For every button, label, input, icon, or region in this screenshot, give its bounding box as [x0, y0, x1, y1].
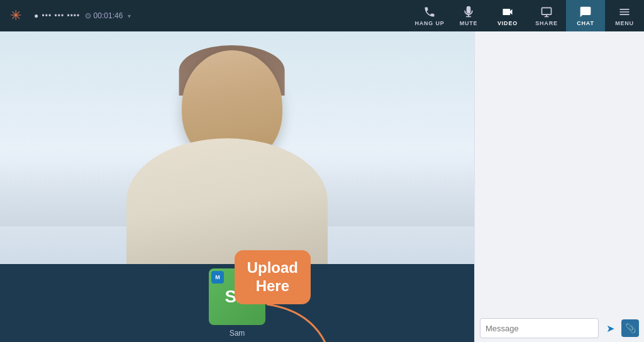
chat-button[interactable]: CHAT	[566, 0, 605, 31]
send-icon: ➤	[606, 323, 614, 334]
mute-label: MUTE	[460, 20, 478, 26]
video-button[interactable]: VIDEO	[488, 0, 527, 31]
hang-up-button[interactable]: HANG UP	[410, 0, 449, 31]
upload-callout: Upload Here	[235, 250, 311, 304]
topbar-controls: HANG UP MUTE VIDEO SHARE	[410, 0, 644, 31]
video-area: Upload Here M SA Sam	[0, 31, 474, 342]
app-logo: ✳	[0, 0, 31, 31]
video-label: VIDEO	[497, 20, 518, 26]
main-video-feed	[0, 31, 474, 264]
hang-up-label: HANG UP	[414, 20, 444, 26]
video-camera-icon	[501, 6, 514, 18]
upload-line1: Upload	[247, 259, 298, 276]
message-input[interactable]	[480, 318, 599, 338]
share-button[interactable]: SHARE	[527, 0, 566, 31]
phone-hangup-icon	[423, 6, 436, 18]
chat-bubble-icon	[579, 6, 592, 18]
mute-button[interactable]: MUTE	[449, 0, 488, 31]
main-layout: Upload Here M SA Sam ➤	[0, 31, 644, 342]
self-view-name: Sam	[230, 329, 245, 338]
menu-button[interactable]: MENU	[605, 0, 644, 31]
share-label: SHARE	[535, 20, 558, 26]
call-timer: ⊙ 00:01:46	[85, 11, 123, 20]
chevron-down-icon[interactable]: ▾	[128, 13, 131, 19]
attach-icon: 📎	[625, 323, 636, 333]
send-button[interactable]: ➤	[601, 319, 619, 337]
topbar: ✳ ● ••• ••• •••• ⊙ 00:01:46 ▾ HANG UP MU…	[0, 0, 644, 31]
attach-button[interactable]: 📎	[621, 319, 639, 337]
upload-bubble: Upload Here	[235, 250, 311, 304]
logo-icon: ✳	[10, 8, 21, 24]
microphone-icon	[462, 6, 475, 18]
call-info: ● ••• ••• •••• ⊙ 00:01:46 ▾	[31, 11, 410, 20]
avatar-badge: M	[211, 271, 224, 284]
menu-label: MENU	[615, 20, 634, 26]
chat-input-area: ➤ 📎	[475, 314, 644, 342]
chat-panel: ➤ 📎	[474, 31, 644, 342]
chat-label: CHAT	[577, 20, 594, 26]
upload-arrow-icon	[260, 298, 336, 342]
upload-line2: Here	[256, 277, 289, 294]
call-number: ● ••• ••• ••••	[34, 11, 80, 20]
chat-messages-area	[475, 31, 644, 314]
monitor-share-icon	[540, 6, 553, 18]
hamburger-menu-icon	[618, 6, 631, 18]
person-body	[126, 138, 328, 264]
